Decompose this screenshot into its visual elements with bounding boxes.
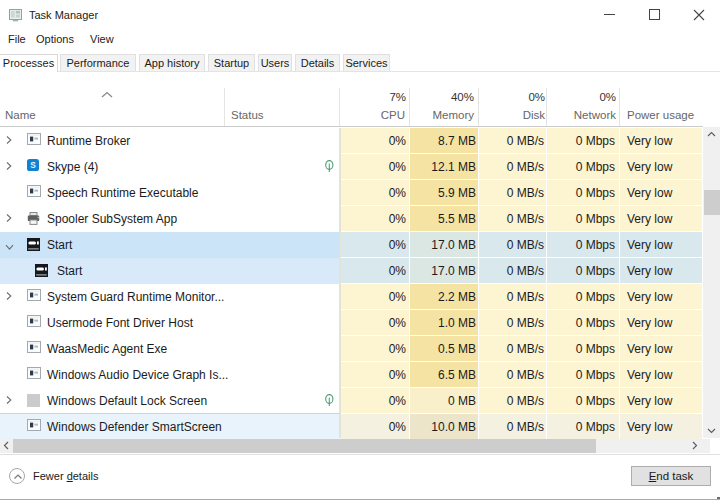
svg-text:S: S [30,160,36,170]
